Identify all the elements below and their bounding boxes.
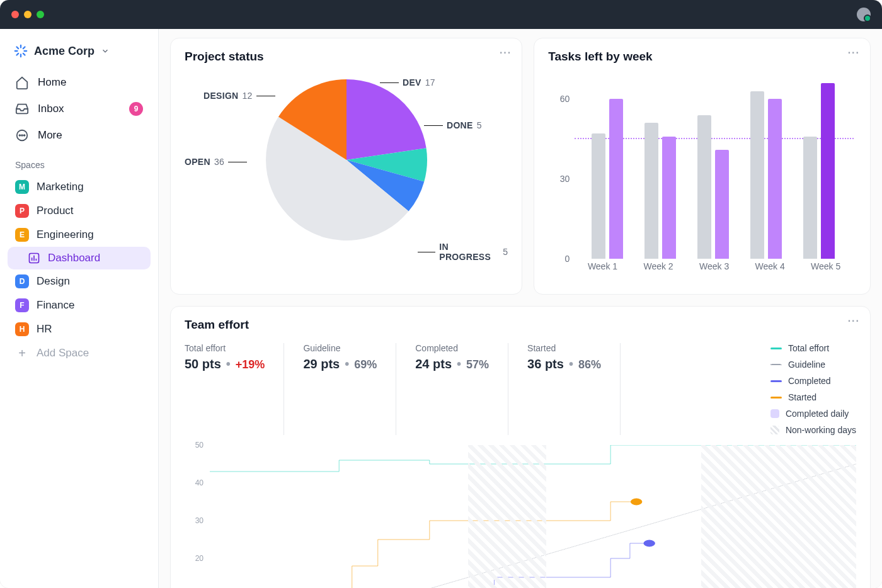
metric-delta: 57% (466, 358, 489, 371)
card-menu-icon[interactable]: ··· (848, 47, 860, 59)
y-tick: 50 (195, 441, 203, 449)
metric: Guideline29 pts • 69% (303, 343, 396, 435)
card-menu-icon[interactable]: ··· (500, 47, 512, 59)
space-badge-icon: E (15, 228, 29, 242)
sidebar-item-product[interactable]: PProduct (8, 199, 151, 223)
y-tick: 40 (195, 478, 203, 487)
card-menu-icon[interactable]: ··· (848, 315, 860, 327)
add-space-button[interactable]: + Add Space (8, 341, 151, 365)
legend-label: Started (788, 392, 816, 402)
pie-chart: DEV 17 DONE 5 IN PROGRESS 5OPEN 36 DESIG… (185, 75, 508, 283)
pie-label: DONE 5 (424, 120, 482, 130)
legend-item: Completed (770, 376, 856, 386)
spaces-list: MMarketingPProductEEngineeringDashboardD… (8, 175, 151, 341)
space-badge-icon: D (15, 274, 29, 288)
legend-item: Guideline (770, 359, 856, 370)
bar-group (592, 72, 624, 259)
bar (803, 137, 817, 259)
metric-delta: 86% (578, 358, 601, 371)
home-icon (15, 76, 29, 89)
non-working-band (701, 445, 856, 588)
metric-delta: 69% (354, 358, 377, 371)
y-tick: 0 (564, 254, 570, 264)
legend: Total effortGuidelineCompletedStartedCom… (758, 343, 856, 435)
add-space-label: Add Space (37, 347, 89, 359)
x-tick: Week 3 (699, 261, 729, 280)
svg-point-17 (643, 540, 655, 547)
sidebar-item-finance[interactable]: FFinance (8, 293, 151, 317)
pie-label: DESIGN 12 (203, 91, 275, 101)
legend-label: Guideline (788, 359, 825, 370)
close-icon[interactable] (11, 11, 19, 18)
metric: Started36 pts • 86% (527, 343, 621, 435)
legend-label: Completed (788, 376, 831, 386)
metric-value: 24 pts (415, 357, 452, 371)
sidebar-item-dashboard[interactable]: Dashboard (8, 247, 151, 269)
x-tick: Week 1 (588, 261, 617, 280)
metric-value: 36 pts (527, 357, 564, 371)
metric-label: Guideline (303, 343, 377, 353)
space-badge-icon: M (15, 180, 29, 194)
nav-home[interactable]: Home (8, 69, 151, 96)
space-badge-icon: H (15, 322, 29, 336)
bar (715, 150, 729, 259)
x-tick: Week 4 (755, 261, 785, 280)
pie-svg (261, 75, 432, 245)
nav-home-label: Home (38, 76, 66, 89)
sidebar-item-engineering[interactable]: EEngineering (8, 223, 151, 247)
card-title: Project status (185, 50, 508, 64)
bar (697, 115, 711, 259)
user-avatar[interactable] (857, 8, 871, 21)
legend-label: Total effort (788, 343, 829, 353)
nav-more[interactable]: More (8, 122, 151, 149)
metric-value: 50 pts (185, 357, 221, 371)
space-badge-icon: P (15, 204, 29, 218)
sidebar-item-marketing[interactable]: MMarketing (8, 175, 151, 199)
card-title: Team effort (185, 318, 856, 332)
minimize-icon[interactable] (24, 11, 32, 18)
space-label: HR (37, 323, 52, 336)
sidebar-item-design[interactable]: DDesign (8, 269, 151, 293)
svg-line-2 (16, 47, 18, 48)
bar-group (750, 72, 783, 259)
non-working-band (468, 445, 546, 588)
sidebar: Acme Corp Home Inbox 9 More Spaces (0, 29, 159, 588)
team-effort-metrics: Total effort50 pts • +19%Guideline29 pts… (185, 343, 856, 435)
y-tick: 60 (560, 94, 570, 104)
legend-item: Completed daily (770, 409, 856, 419)
x-tick: Week 5 (811, 261, 840, 280)
pie-label: OPEN 36 (185, 157, 247, 167)
space-badge-icon: F (15, 298, 29, 312)
nav-inbox-label: Inbox (38, 103, 64, 115)
svg-point-11 (24, 135, 25, 136)
maximize-icon[interactable] (37, 11, 44, 18)
bar-group (697, 72, 730, 259)
legend-label: Completed daily (786, 409, 849, 419)
workspace-logo-icon (14, 44, 28, 58)
workspace-switcher[interactable]: Acme Corp (8, 39, 151, 63)
bar-group (644, 72, 677, 259)
metric-value: 29 pts (303, 357, 340, 371)
space-label: Marketing (37, 181, 84, 193)
svg-point-10 (21, 135, 23, 136)
x-tick: Week 2 (643, 261, 673, 280)
space-label: Finance (37, 299, 74, 312)
y-tick: 20 (195, 554, 203, 563)
bar (609, 99, 623, 259)
pie-label: DEV 17 (380, 77, 435, 88)
workspace-name: Acme Corp (34, 45, 94, 58)
app-window: Acme Corp Home Inbox 9 More Spaces (0, 0, 882, 588)
line-chart: 20304050 (185, 445, 856, 588)
svg-line-7 (23, 47, 25, 48)
y-tick: 30 (560, 174, 570, 184)
metric: Total effort50 pts • +19% (185, 343, 284, 435)
card-tasks-left: Tasks left by week ··· 03060 Week 1Week … (534, 38, 871, 295)
bar (768, 99, 782, 259)
legend-item: Non-working days (770, 425, 856, 435)
nav-inbox[interactable]: Inbox 9 (8, 96, 151, 122)
dashboard-icon (28, 252, 40, 264)
main-content: Project status ··· DEV 17 DONE 5 IN PROG… (159, 29, 882, 588)
legend-item: Started (770, 392, 856, 402)
sidebar-item-hr[interactable]: HHR (8, 317, 151, 341)
card-team-effort: Team effort ··· Total effort50 pts • +19… (170, 306, 871, 588)
